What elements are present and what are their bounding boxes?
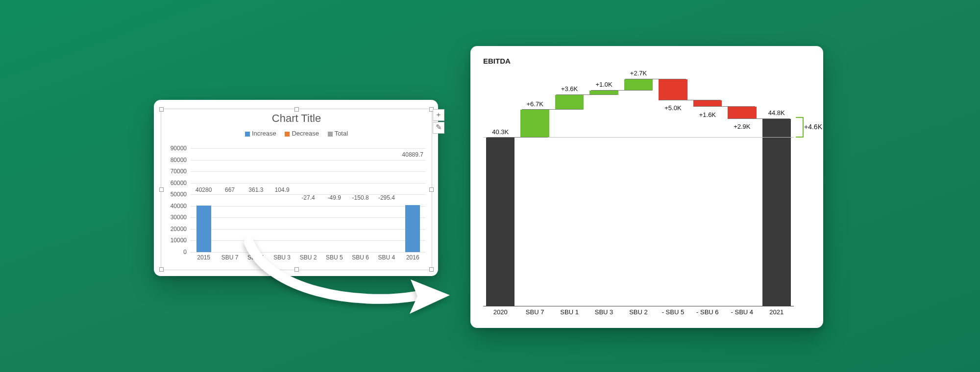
resize-handle[interactable] bbox=[294, 107, 299, 112]
transform-arrow-icon bbox=[239, 237, 455, 321]
chart-title: EBITDA bbox=[483, 57, 810, 65]
x-axis-labels: 2020SBU 7SBU 1SBU 3SBU 2- SBU 5- SBU 6- … bbox=[483, 308, 794, 320]
y-axis: 0100002000030000400005000060000700008000… bbox=[161, 148, 189, 252]
plot-area bbox=[191, 148, 426, 252]
legend-label: Increase bbox=[252, 130, 276, 137]
legend-label: Decrease bbox=[292, 130, 319, 137]
plot-area: 40.3K+6.7K+3.6K+1.0K+2.7K+5.0K+1.6K+2.9K… bbox=[483, 76, 794, 306]
resize-handle[interactable] bbox=[159, 267, 164, 272]
legend-swatch-total bbox=[328, 132, 333, 137]
legend-swatch-decrease bbox=[285, 132, 290, 137]
chart-legend: Increase Decrease Total bbox=[161, 130, 432, 137]
chart-title[interactable]: Chart Title bbox=[161, 112, 432, 125]
ebitda-chart-card: EBITDA 40.3K+6.7K+3.6K+1.0K+2.7K+5.0K+1.… bbox=[470, 46, 823, 328]
resize-handle[interactable] bbox=[429, 187, 434, 192]
chart-add-element-button[interactable]: + bbox=[433, 109, 444, 121]
resize-handle[interactable] bbox=[159, 107, 164, 112]
legend-label: Total bbox=[335, 130, 348, 137]
legend-swatch-increase bbox=[245, 132, 250, 137]
chart-format-button[interactable]: ✎ bbox=[433, 122, 444, 134]
